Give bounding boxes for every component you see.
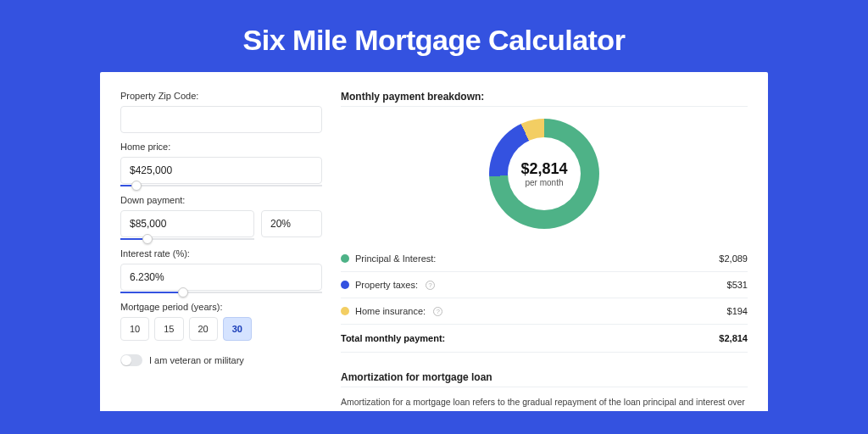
info-icon[interactable]: ? — [433, 307, 442, 316]
interest-input[interactable] — [120, 264, 322, 291]
calculator-card: Property Zip Code: Home price: Down paym… — [100, 72, 768, 411]
interest-label: Interest rate (%): — [120, 248, 322, 259]
amortization-text: Amortization for a mortgage loan refers … — [341, 396, 748, 411]
total-label: Total monthly payment: — [341, 333, 445, 343]
veteran-toggle[interactable] — [120, 354, 142, 366]
home-price-input[interactable] — [120, 157, 322, 184]
donut-chart-area: $2,814 per month — [341, 107, 748, 246]
period-btn-30[interactable]: 30 — [223, 317, 252, 341]
veteran-label: I am veteran or military — [149, 355, 244, 365]
home-price-slider-thumb[interactable] — [131, 181, 142, 191]
home-price-slider[interactable] — [120, 185, 322, 186]
interest-slider[interactable] — [120, 292, 322, 293]
legend-label: Property taxes: — [355, 280, 418, 290]
page-title: Six Mile Mortgage Calculator — [0, 0, 868, 72]
home-price-label: Home price: — [120, 142, 322, 152]
period-btn-20[interactable]: 20 — [189, 317, 218, 341]
total-value: $2,814 — [719, 333, 748, 343]
legend-dot — [341, 307, 349, 315]
zip-label: Property Zip Code: — [120, 91, 322, 101]
legend-label: Home insurance: — [355, 306, 426, 316]
amortization-header: Amortization for mortgage loan — [341, 371, 748, 387]
results-panel: Monthly payment breakdown: $2,814 per mo… — [341, 91, 748, 392]
legend-value: $194 — [727, 306, 748, 316]
down-payment-slider[interactable] — [120, 238, 254, 240]
form-panel: Property Zip Code: Home price: Down paym… — [120, 91, 322, 392]
legend-row: Principal & Interest:$2,089 — [341, 246, 748, 272]
legend-dot — [341, 281, 349, 289]
zip-input[interactable] — [120, 106, 322, 133]
down-payment-input[interactable] — [120, 210, 254, 237]
legend-row: Property taxes:?$531 — [341, 272, 748, 298]
legend: Principal & Interest:$2,089Property taxe… — [341, 246, 748, 325]
legend-row: Home insurance:?$194 — [341, 298, 748, 325]
period-btn-15[interactable]: 15 — [154, 317, 183, 341]
breakdown-header: Monthly payment breakdown: — [341, 91, 748, 107]
period-label: Mortgage period (years): — [120, 302, 322, 312]
donut-center: $2,814 per month — [508, 137, 581, 210]
period-row: 10152030 — [120, 317, 322, 341]
down-payment-label: Down payment: — [120, 195, 322, 205]
info-icon[interactable]: ? — [426, 281, 435, 290]
period-btn-10[interactable]: 10 — [120, 317, 149, 341]
legend-label: Principal & Interest: — [355, 253, 436, 264]
toggle-knob — [121, 355, 131, 365]
total-row: Total monthly payment: $2,814 — [341, 325, 748, 353]
interest-slider-thumb[interactable] — [178, 287, 188, 298]
down-payment-slider-thumb[interactable] — [142, 234, 153, 244]
legend-value: $2,089 — [719, 253, 748, 264]
legend-dot — [341, 254, 349, 263]
legend-value: $531 — [727, 280, 748, 290]
donut-chart: $2,814 per month — [489, 119, 599, 229]
donut-amount: $2,814 — [520, 160, 567, 178]
donut-sub: per month — [525, 178, 563, 187]
down-payment-pct-input[interactable] — [261, 210, 322, 237]
